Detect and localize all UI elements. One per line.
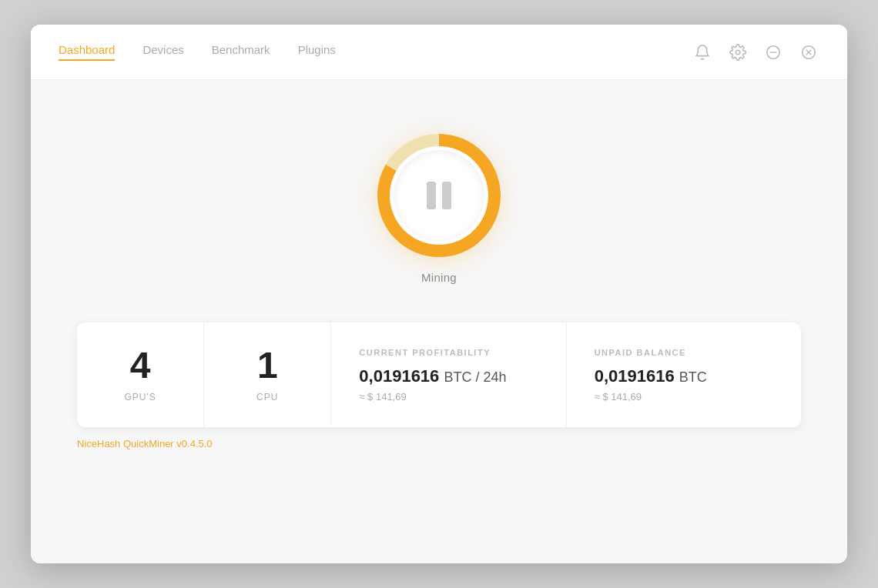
minimize-button[interactable] bbox=[762, 42, 784, 63]
profitability-usd: ≈ $ 141,69 bbox=[359, 391, 406, 403]
gpu-stat-card: 4 GPU'S bbox=[77, 322, 204, 427]
profitability-btc-value: 0,0191616 BTC / 24h bbox=[359, 366, 506, 386]
unpaid-balance-card: UNPAID BALANCE 0,0191616 BTC ≈ $ 141,69 bbox=[567, 322, 801, 427]
header-actions bbox=[692, 42, 819, 63]
notifications-button[interactable] bbox=[692, 42, 713, 63]
nav-item-dashboard[interactable]: Dashboard bbox=[59, 43, 115, 61]
pause-bar-left bbox=[427, 182, 436, 209]
gear-icon bbox=[729, 44, 746, 61]
main-content: Mining 4 GPU'S 1 CPU CURRENT PROFITABILI… bbox=[31, 80, 847, 563]
main-nav: Dashboard Devices Benchmark Plugins bbox=[59, 43, 336, 61]
mining-button-wrapper: Mining bbox=[377, 134, 501, 284]
app-window: Dashboard Devices Benchmark Plugins bbox=[31, 25, 847, 563]
bell-icon bbox=[694, 44, 711, 61]
minimize-icon bbox=[765, 44, 782, 61]
pause-icon bbox=[427, 182, 451, 209]
close-icon bbox=[800, 44, 817, 61]
cpu-stat-card: 1 CPU bbox=[204, 322, 331, 427]
unpaid-balance-btc-unit: BTC bbox=[679, 369, 707, 385]
nav-item-plugins[interactable]: Plugins bbox=[298, 43, 336, 61]
nav-item-benchmark[interactable]: Benchmark bbox=[212, 43, 270, 61]
stats-row: 4 GPU'S 1 CPU CURRENT PROFITABILITY 0,01… bbox=[77, 322, 801, 427]
gpu-label: GPU'S bbox=[124, 392, 156, 403]
pause-bar-right bbox=[442, 182, 451, 209]
unpaid-balance-section-label: UNPAID BALANCE bbox=[595, 348, 686, 357]
mining-ring-inner bbox=[394, 150, 484, 241]
version-label[interactable]: NiceHash QuickMiner v0.4.5.0 bbox=[77, 438, 213, 449]
profitability-card: CURRENT PROFITABILITY 0,0191616 BTC / 24… bbox=[331, 322, 566, 427]
cpu-count: 1 bbox=[257, 347, 278, 384]
bottom-hint: NiceHash QuickMiner v0.4.5.0 bbox=[77, 427, 801, 449]
header: Dashboard Devices Benchmark Plugins bbox=[31, 25, 847, 80]
mining-toggle-button[interactable] bbox=[377, 134, 501, 257]
profitability-section-label: CURRENT PROFITABILITY bbox=[359, 348, 491, 357]
settings-button[interactable] bbox=[727, 42, 749, 63]
profitability-btc-unit: BTC / 24h bbox=[444, 369, 506, 385]
svg-point-0 bbox=[736, 50, 740, 55]
mining-state-label: Mining bbox=[421, 271, 457, 284]
unpaid-balance-usd: ≈ $ 141,69 bbox=[595, 391, 642, 403]
nav-item-devices[interactable]: Devices bbox=[142, 43, 183, 61]
unpaid-balance-btc-value: 0,0191616 BTC bbox=[595, 366, 707, 386]
cpu-label: CPU bbox=[256, 392, 278, 403]
gpu-count: 4 bbox=[130, 347, 151, 384]
close-button[interactable] bbox=[798, 42, 819, 63]
